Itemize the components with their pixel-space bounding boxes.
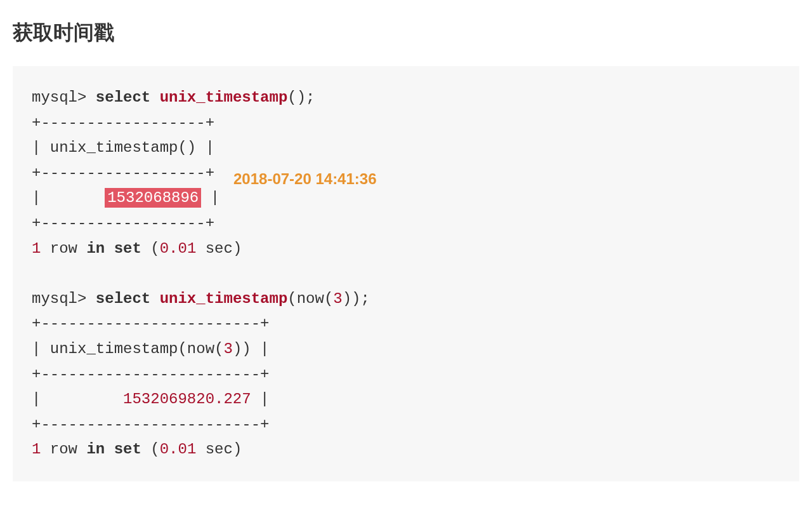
table-border: +------------------+	[32, 114, 214, 131]
keyword-in: in	[86, 441, 105, 458]
call-close: ));	[343, 290, 370, 307]
table-cell-r: |	[251, 340, 270, 358]
paren: (	[141, 240, 160, 257]
prompt: mysql>	[32, 89, 86, 106]
function-name: unix_timestamp	[160, 290, 288, 307]
literal-number: 3	[223, 340, 232, 358]
table-border: +------------------+	[32, 215, 214, 232]
table-cell-l: |	[32, 139, 50, 156]
table-header: unix_timestamp()	[50, 139, 196, 156]
section-heading: 获取时间戳	[13, 19, 799, 47]
literal-number: 3	[333, 290, 342, 307]
sec-label: sec)	[196, 240, 242, 257]
table-cell-l: |	[32, 391, 123, 408]
keyword-select: select	[96, 290, 150, 307]
space	[105, 441, 114, 458]
code-block: mysql> select unix_timestamp(); +-------…	[13, 66, 799, 481]
result-count: 1	[32, 441, 41, 458]
function-name: unix_timestamp	[160, 89, 288, 106]
table-cell-l: |	[32, 340, 50, 358]
table-header-c: ))	[233, 340, 251, 358]
datetime-annotation: 2018-07-20 14:41:36	[233, 166, 377, 192]
highlighted-timestamp: 1532068896	[105, 188, 201, 208]
table-border: +------------------------+	[32, 315, 269, 332]
table-border: +------------------------+	[32, 366, 269, 383]
result-text: row	[41, 240, 86, 257]
timestamp-value: 1532069820.227	[123, 391, 251, 408]
keyword-select: select	[96, 89, 150, 106]
elapsed-time: 0.01	[160, 240, 197, 257]
result-text: row	[41, 441, 86, 458]
call-args: (now(	[287, 290, 333, 307]
table-cell-r: |	[196, 139, 214, 156]
elapsed-time: 0.01	[160, 441, 197, 458]
keyword-in: in	[86, 240, 105, 257]
table-border: +------------------------+	[32, 416, 269, 433]
table-header-a: unix_timestamp(now(	[50, 340, 224, 358]
prompt: mysql>	[32, 290, 86, 307]
table-cell-l: |	[32, 189, 105, 206]
result-count: 1	[32, 240, 41, 257]
keyword-set: set	[114, 240, 141, 257]
paren: (	[141, 441, 160, 458]
sec-label: sec)	[196, 441, 242, 458]
keyword-set: set	[114, 441, 141, 458]
table-border: +------------------+	[32, 164, 214, 182]
table-cell-r: |	[201, 189, 219, 206]
table-cell-r: |	[251, 391, 270, 408]
space	[105, 240, 114, 257]
